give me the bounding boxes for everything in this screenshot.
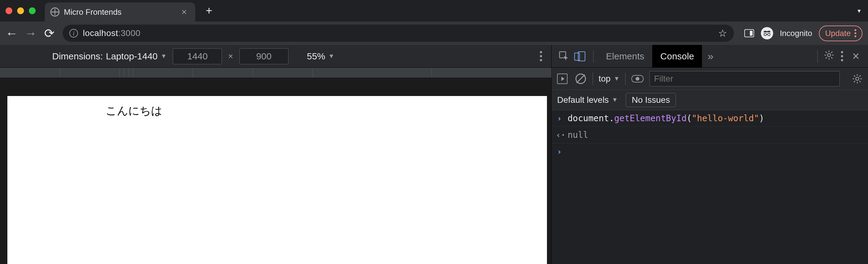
inspect-element-icon[interactable]: [556, 51, 572, 61]
svg-point-3: [828, 54, 831, 57]
update-label: Update: [825, 29, 851, 38]
devtools-tabbar: Elements Console » ×: [552, 45, 868, 68]
tab-elements[interactable]: Elements: [598, 45, 652, 68]
browser-toolbar: ← → ⟳ i localhost:3000 ☆ Incognito Updat…: [0, 22, 868, 45]
svg-line-9: [831, 57, 832, 58]
return-chevron-icon: ‹·: [556, 130, 563, 140]
browser-menu-icon[interactable]: [855, 29, 856, 37]
chevron-down-icon[interactable]: ▾: [858, 7, 861, 15]
prompt-chevron-icon: ›: [556, 113, 563, 123]
console-input-code: document.getElementById("hello-world"): [567, 113, 764, 123]
globe-icon: [50, 7, 60, 17]
device-ruler[interactable]: [0, 68, 551, 78]
console-settings-icon[interactable]: [851, 72, 864, 85]
incognito-label: Incognito: [780, 29, 812, 38]
rendered-page[interactable]: こんにちは: [7, 96, 547, 264]
address-bar[interactable]: i localhost:3000 ☆: [63, 25, 734, 42]
live-expression-icon[interactable]: [631, 72, 644, 85]
update-button[interactable]: Update: [819, 26, 863, 41]
incognito-icon[interactable]: [761, 27, 773, 39]
device-width-input[interactable]: [173, 48, 222, 64]
issues-button[interactable]: No Issues: [626, 93, 676, 107]
devtools-panel: Elements Console » × top ▼: [551, 45, 868, 264]
svg-line-18: [859, 81, 861, 82]
log-levels-dropdown[interactable]: Default levels ▼: [557, 95, 618, 105]
console-input-line: › document.getElementById("hello-world"): [552, 110, 868, 127]
console-output-line: ‹· null: [552, 127, 868, 143]
svg-line-19: [854, 81, 855, 82]
tab-title: Micro Frontends: [64, 7, 176, 17]
window-controls: [5, 7, 36, 14]
window-maximize-button[interactable]: [29, 7, 36, 14]
svg-line-11: [831, 52, 832, 53]
svg-point-1: [768, 33, 770, 36]
device-mode-panel: Dimensions: Laptop-1440 ▼ × 55% ▼ こんにちは: [0, 45, 551, 264]
nav-back-button[interactable]: ←: [5, 26, 17, 40]
console-filter-input[interactable]: [649, 71, 840, 86]
svg-point-0: [764, 33, 766, 36]
svg-line-17: [854, 75, 855, 77]
more-tabs-icon[interactable]: »: [702, 50, 719, 62]
devtools-settings-icon[interactable]: [822, 50, 836, 62]
prompt-chevron-icon: ›: [556, 147, 563, 156]
zoom-dropdown[interactable]: 55% ▼: [307, 51, 335, 61]
svg-point-12: [856, 77, 859, 80]
console-prompt-line[interactable]: ›: [552, 143, 868, 159]
nav-reload-button[interactable]: ⟳: [43, 26, 55, 40]
new-tab-button[interactable]: +: [204, 4, 214, 17]
side-panel-icon[interactable]: [744, 29, 754, 37]
chevron-down-icon: ▼: [614, 75, 620, 82]
console-output-value: null: [567, 130, 588, 140]
svg-line-10: [826, 57, 827, 58]
clear-console-icon[interactable]: [574, 72, 587, 85]
nav-forward-button[interactable]: →: [25, 26, 36, 40]
url-text: localhost:3000: [83, 28, 141, 38]
dimension-separator: ×: [228, 51, 233, 61]
bookmark-star-icon[interactable]: ☆: [718, 27, 727, 39]
site-info-icon[interactable]: i: [69, 29, 78, 37]
chevron-down-icon: ▼: [612, 96, 618, 103]
device-viewport: こんにちは: [0, 78, 551, 264]
svg-line-8: [826, 52, 827, 53]
device-height-input[interactable]: [239, 48, 288, 64]
dimensions-dropdown[interactable]: Dimensions: Laptop-1440 ▼: [52, 51, 167, 61]
page-hello-text: こんにちは: [105, 103, 547, 118]
window-close-button[interactable]: [5, 7, 12, 14]
window-minimize-button[interactable]: [17, 7, 24, 14]
devtools-menu-icon[interactable]: [836, 51, 848, 61]
console-toolbar: top ▼: [552, 68, 868, 90]
console-log: › document.getElementById("hello-world")…: [552, 110, 868, 264]
console-sidebar-toggle-icon[interactable]: [556, 72, 569, 85]
svg-line-20: [859, 75, 861, 77]
chevron-down-icon: ▼: [161, 53, 167, 60]
tab-close-button[interactable]: ×: [180, 7, 188, 17]
device-options-menu[interactable]: [537, 48, 545, 64]
browser-tab[interactable]: Micro Frontends ×: [45, 2, 195, 22]
execution-context-dropdown[interactable]: top ▼: [598, 74, 620, 84]
device-toolbar: Dimensions: Laptop-1440 ▼ × 55% ▼: [0, 45, 551, 68]
tab-console[interactable]: Console: [652, 45, 702, 68]
devtools-close-icon[interactable]: ×: [848, 49, 864, 63]
console-subbar: Default levels ▼ No Issues: [552, 90, 868, 110]
toggle-device-toolbar-icon[interactable]: [572, 51, 589, 61]
chevron-down-icon: ▼: [329, 53, 335, 60]
browser-titlebar: Micro Frontends × + ▾: [0, 0, 868, 22]
